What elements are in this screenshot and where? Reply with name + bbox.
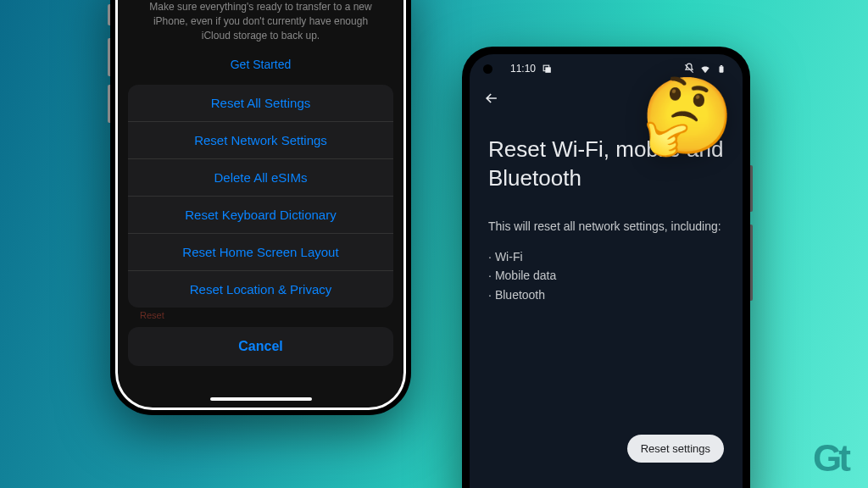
- cancel-button[interactable]: Cancel: [128, 327, 393, 366]
- hidden-reset-label: Reset: [128, 308, 393, 322]
- bullet-mobile-data: Mobile data: [488, 266, 724, 285]
- reset-keyboard-dictionary[interactable]: Reset Keyboard Dictionary: [128, 197, 393, 234]
- reset-all-settings[interactable]: Reset All Settings: [128, 85, 393, 122]
- camera-hole: [483, 64, 492, 74]
- reset-location-privacy[interactable]: Reset Location & Privacy: [128, 271, 393, 308]
- iphone-screen: Prepare for New iPhone Make sure everyth…: [118, 0, 403, 408]
- home-indicator[interactable]: [210, 397, 312, 401]
- iphone-frame: Prepare for New iPhone Make sure everyth…: [110, 0, 411, 415]
- status-time: 11:10: [510, 63, 536, 75]
- android-power-button: [750, 225, 753, 301]
- logo-g: G: [813, 437, 838, 479]
- back-arrow-icon: [483, 90, 500, 107]
- gt-logo: Gt: [813, 437, 851, 480]
- reset-options-sheet: Reset All Settings Reset Network Setting…: [128, 85, 393, 308]
- svg-rect-1: [545, 67, 551, 73]
- iphone-mute-switch: [108, 4, 110, 25]
- get-started-link[interactable]: Get Started: [128, 51, 393, 85]
- screenshot-icon: [541, 63, 553, 75]
- svg-rect-3: [721, 64, 723, 65]
- page-description: This will reset all network settings, in…: [488, 217, 724, 236]
- logo-t: t: [838, 437, 851, 479]
- bullet-bluetooth: Bluetooth: [488, 286, 724, 304]
- delete-all-esims[interactable]: Delete All eSIMs: [128, 159, 393, 197]
- iphone-volume-up: [108, 38, 110, 76]
- reset-home-screen-layout[interactable]: Reset Home Screen Layout: [128, 234, 393, 271]
- thinking-emoji: 🤔: [641, 72, 734, 159]
- prepare-description: Make sure everything's ready to transfer…: [128, 0, 393, 51]
- reset-settings-button[interactable]: Reset settings: [627, 435, 724, 463]
- bullet-wifi: Wi-Fi: [488, 247, 724, 266]
- android-volume-button: [750, 165, 753, 212]
- reset-network-settings[interactable]: Reset Network Settings: [128, 122, 393, 159]
- bullet-list: Wi-Fi Mobile data Bluetooth: [488, 247, 724, 304]
- iphone-volume-down: [108, 85, 110, 123]
